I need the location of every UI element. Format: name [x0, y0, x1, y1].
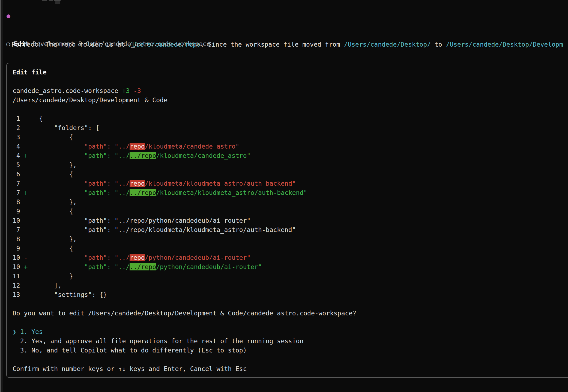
- diff-text-segment: {: [39, 115, 43, 122]
- diff-text-segment: "settings": {}: [39, 291, 107, 298]
- option-label: 3. No, and tell Copilot what to do diffe…: [20, 347, 247, 354]
- spacer: [13, 318, 568, 327]
- diff-highlight-segment: ../repo: [130, 263, 156, 270]
- diff-highlight-segment: ../repo: [130, 189, 156, 196]
- line-number: 10: [13, 217, 20, 224]
- line-number: 5: [13, 161, 20, 168]
- diff-row: 10 - "path": "../repo/python/candedeub/a…: [13, 253, 568, 262]
- message-text: . Since the workspace file moved from: [200, 41, 344, 48]
- diff-marker: -: [20, 180, 39, 187]
- option-label: 2. Yes, and approve all file operations …: [20, 337, 304, 345]
- diff-row: 8 },: [13, 234, 568, 244]
- option-3[interactable]: 3. No, and tell Copilot what to do diffe…: [13, 346, 568, 355]
- diff-text-segment: "path": "../repo/python/candedeub/ai-rou…: [39, 217, 250, 224]
- diff-view: 1 { 2 "folders": [ 3 { 4 - "path": "../r…: [13, 114, 568, 299]
- diff-marker: [20, 171, 39, 178]
- diff-row: 4 + "path": "../../repo/kloudmeta/canded…: [13, 151, 568, 160]
- file-meta-row: candede_astro.code-workspace +3 -3: [13, 86, 568, 95]
- file-name: candede_astro.code-workspace: [13, 87, 118, 94]
- diff-marker: [20, 245, 39, 252]
- clipped-text-artifact: [42, 0, 64, 4]
- edit-file-dialog: Edit file candede_astro.code-workspace +…: [6, 63, 568, 378]
- message-text: to: [431, 41, 446, 48]
- assistant-bullet-icon: ●: [7, 11, 10, 21]
- line-number: 10: [13, 254, 20, 261]
- line-number: 4: [13, 152, 20, 159]
- tool-verb: Edit: [14, 40, 29, 47]
- diff-text-segment: "path": "../: [39, 152, 130, 159]
- diff-text-segment: "path": "../repo/kloudmeta/kloudmeta_ast…: [39, 226, 296, 233]
- diff-row: 4 - "path": "../repo/kloudmeta/candede_a…: [13, 142, 568, 151]
- diff-highlight-segment: repo: [130, 180, 145, 187]
- deletions-count: -3: [133, 87, 141, 94]
- diff-text-segment: {: [39, 134, 73, 141]
- diff-text-segment: "path": "../: [39, 189, 130, 196]
- diff-marker: [20, 134, 39, 141]
- diff-text-segment: /kloudmeta/kloudmeta_astro/auth-backend": [156, 189, 307, 196]
- diff-highlight-segment: repo: [130, 254, 145, 261]
- selection-caret-icon: ❯: [13, 328, 20, 335]
- diff-marker: +: [20, 263, 39, 270]
- diff-text-segment: {: [39, 208, 73, 215]
- diff-marker: [20, 282, 39, 289]
- diff-text-segment: "path": "../: [39, 180, 130, 187]
- file-directory: /Users/candede/Desktop/Development & Cod…: [13, 95, 568, 105]
- diff-row: 12 ],: [13, 281, 568, 290]
- spacer: [13, 105, 568, 114]
- spacer: [13, 299, 568, 309]
- diff-marker: -: [20, 143, 39, 150]
- diff-text-segment: "path": "../: [39, 263, 130, 270]
- diff-marker: [20, 208, 39, 215]
- diff-marker: [20, 124, 39, 131]
- line-number: 10: [13, 263, 20, 270]
- window-edge-shadow: [1, 0, 3, 392]
- line-number: 6: [13, 171, 20, 178]
- diff-text-segment: {: [39, 171, 73, 178]
- diff-row: 1 {: [13, 114, 568, 123]
- line-number: 11: [13, 273, 20, 280]
- diff-marker: [20, 115, 39, 122]
- line-number: 3: [13, 134, 20, 141]
- diff-text-segment: /python/candedeub/ai-router": [156, 263, 262, 270]
- line-number: 8: [13, 236, 20, 243]
- diff-text-segment: },: [39, 198, 77, 206]
- diff-marker: [20, 161, 39, 168]
- line-number: 9: [13, 245, 20, 252]
- line-number: 7: [13, 226, 20, 233]
- diff-text-segment: },: [39, 161, 77, 168]
- line-number: 9: [13, 208, 20, 215]
- option-1[interactable]: ❯ 1. Yes: [13, 327, 568, 336]
- option-2[interactable]: 2. Yes, and approve all file operations …: [13, 336, 568, 346]
- diff-row: 9 {: [13, 207, 568, 216]
- diff-row: 6 {: [13, 170, 568, 179]
- diff-text-segment: "path": "../: [39, 254, 130, 261]
- diff-text-segment: "path": "../: [39, 143, 130, 150]
- diff-highlight-segment: repo: [130, 143, 145, 150]
- diff-highlight-segment: ../repo: [130, 152, 156, 159]
- diff-text-segment: ],: [39, 282, 62, 289]
- diff-text-segment: },: [39, 236, 77, 243]
- diff-marker: [20, 273, 39, 280]
- option-label: 1. Yes: [20, 328, 43, 335]
- line-number: 1: [13, 115, 20, 122]
- diff-text-segment: }: [39, 273, 73, 280]
- line-number: 13: [13, 291, 20, 298]
- diff-row: 7 - "path": "../repo/kloudmeta/kloudmeta…: [13, 179, 568, 188]
- diff-marker: [20, 217, 39, 224]
- dialog-title: Edit file: [13, 68, 568, 77]
- diff-marker: +: [20, 189, 39, 196]
- diff-row: 13 "settings": {}: [13, 290, 568, 299]
- diff-marker: [20, 236, 39, 243]
- diff-row: 2 "folders": [: [13, 123, 568, 132]
- line-number: 4: [13, 143, 20, 150]
- diff-marker: [20, 291, 39, 298]
- diff-marker: +: [20, 152, 39, 159]
- diff-row: 10 + "path": "../../repo/python/candedeu…: [13, 262, 568, 272]
- terminal-screen: ● Perfect! The repo folder is at /Users/…: [0, 0, 568, 392]
- spacer: [13, 355, 568, 364]
- diff-text-segment: "folders": [: [39, 124, 100, 131]
- diff-text-segment: /kloudmeta/candede_astro": [145, 143, 239, 150]
- diff-row: 9 {: [13, 244, 568, 253]
- diff-text-segment: {: [39, 245, 73, 252]
- diff-text-segment: /kloudmeta/kloudmeta_astro/auth-backend": [145, 180, 296, 187]
